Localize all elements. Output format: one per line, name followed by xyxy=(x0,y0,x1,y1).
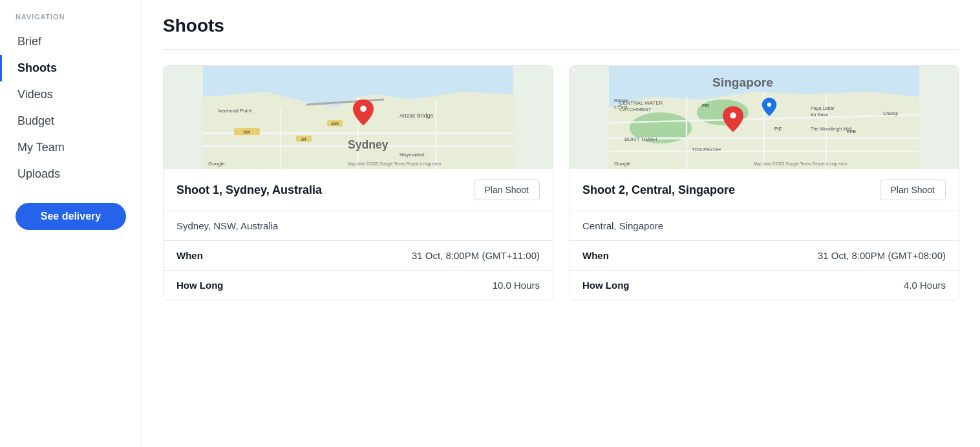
sidebar-item-shoots[interactable]: Shoots xyxy=(0,55,142,81)
svg-text:A4: A4 xyxy=(301,137,306,141)
svg-point-49 xyxy=(730,112,736,119)
svg-text:PIE: PIE xyxy=(774,126,782,132)
svg-text:Sydney: Sydney xyxy=(348,138,389,151)
svg-text:M4: M4 xyxy=(244,129,250,135)
shoot2-location: Central, Singapore xyxy=(570,211,959,241)
page-title: Shoots xyxy=(163,0,959,50)
plan-shoot-button-1[interactable]: Plan Shoot xyxy=(474,180,540,200)
sidebar-item-uploads[interactable]: Uploads xyxy=(0,161,142,187)
svg-text:Anzac Bridge: Anzac Bridge xyxy=(399,112,433,119)
svg-text:PIE: PIE xyxy=(702,103,710,109)
svg-text:Map data ©2023 Google  Terms  : Map data ©2023 Google Terms Report a map… xyxy=(348,161,442,167)
map-sydney: M4 A4 A40 Sydney Anzac Bridge kenhead Po… xyxy=(164,66,553,169)
main-content: Shoots xyxy=(142,0,980,447)
shoot1-how-long: How Long 10.0 Hours xyxy=(164,271,553,300)
svg-text:TOA PAYOH: TOA PAYOH xyxy=(692,147,721,152)
shoot-card-1: M4 A4 A40 Sydney Anzac Bridge kenhead Po… xyxy=(163,65,553,300)
svg-text:Range: Range xyxy=(614,98,628,103)
sidebar-item-brief[interactable]: Brief xyxy=(0,28,142,55)
svg-text:BUKIT TIMAH: BUKIT TIMAH xyxy=(624,136,657,142)
svg-point-50 xyxy=(767,103,771,107)
svg-text:e Park: e Park xyxy=(614,104,628,110)
svg-text:Google: Google xyxy=(614,161,631,167)
svg-point-21 xyxy=(360,106,367,112)
svg-text:The Woodleigh Mall: The Woodleigh Mall xyxy=(811,126,852,132)
svg-text:Haymarket: Haymarket xyxy=(399,152,425,158)
plan-shoot-button-2[interactable]: Plan Shoot xyxy=(880,180,946,200)
shoot2-header: Shoot 2, Central, Singapore Plan Shoot xyxy=(570,169,959,211)
sidebar-item-videos[interactable]: Videos xyxy=(0,81,142,108)
shoot2-when: When 31 Oct, 8:00PM (GMT+08:00) xyxy=(570,241,959,271)
shoots-grid: M4 A4 A40 Sydney Anzac Bridge kenhead Po… xyxy=(163,65,959,300)
shoot1-header: Shoot 1, Sydney, Australia Plan Shoot xyxy=(164,169,553,211)
sidebar: NAVIGATION Brief Shoots Videos Budget My… xyxy=(0,0,142,447)
svg-text:Singapore: Singapore xyxy=(712,76,773,89)
shoot1-when: When 31 Oct, 8:00PM (GMT+11:00) xyxy=(164,241,553,271)
map-singapore: PIE PIE KPE Singapore CENTRAL WATER CATC… xyxy=(570,66,959,169)
shoot1-title: Shoot 1, Sydney, Australia xyxy=(176,183,322,197)
shoot2-how-long: How Long 4.0 Hours xyxy=(570,271,959,300)
sidebar-item-budget[interactable]: Budget xyxy=(0,108,142,134)
shoot-card-2: PIE PIE KPE Singapore CENTRAL WATER CATC… xyxy=(569,65,959,300)
sidebar-item-my-team[interactable]: My Team xyxy=(0,134,142,161)
svg-text:A40: A40 xyxy=(331,121,339,126)
shoot2-title: Shoot 2, Central, Singapore xyxy=(582,183,735,197)
nav-label: NAVIGATION xyxy=(0,13,142,28)
see-delivery-button[interactable]: See delivery xyxy=(16,203,126,230)
svg-text:Air Base: Air Base xyxy=(811,112,828,118)
svg-text:Google: Google xyxy=(208,161,225,167)
svg-text:kenhead Point: kenhead Point xyxy=(218,108,252,114)
svg-text:Paya Lebar: Paya Lebar xyxy=(811,105,835,111)
svg-text:Changi: Changi xyxy=(883,110,898,116)
shoot1-location: Sydney, NSW, Australia xyxy=(164,211,553,241)
svg-text:Map data ©2023 Google  Terms  : Map data ©2023 Google Terms Report a map… xyxy=(754,161,847,167)
